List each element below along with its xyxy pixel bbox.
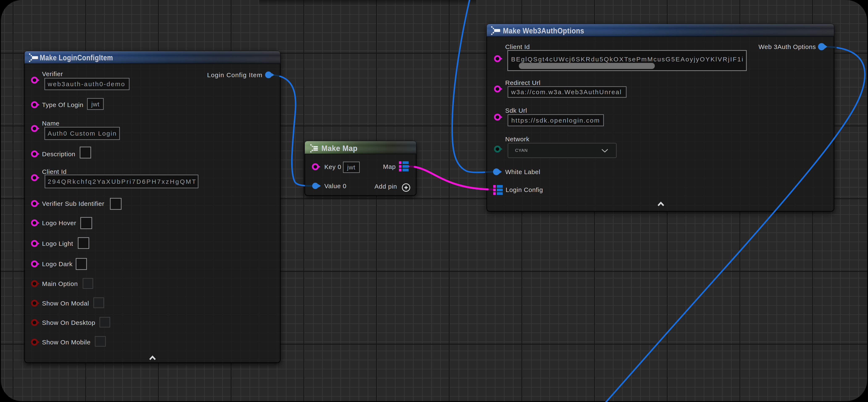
svg-text:Redirect Url: Redirect Url (505, 79, 540, 86)
svg-text:BEglQSgt4cUWcj6SKRdu5QkOXTsePm: BEglQSgt4cUWcj6SKRdu5QkOXTsePmMcusG5EAoy… (511, 56, 743, 63)
svg-text:Key 0: Key 0 (324, 163, 341, 170)
svg-text:Description: Description (42, 150, 75, 157)
svg-text:web3auth-auth0-demo: web3auth-auth0-demo (48, 81, 125, 87)
svg-text:Web 3Auth Options: Web 3Auth Options (758, 43, 816, 50)
svg-text:Client Id: Client Id (42, 168, 67, 175)
svg-text:Login Config Item: Login Config Item (207, 71, 262, 79)
svg-text:Show On Desktop: Show On Desktop (42, 319, 95, 326)
svg-text:Make Map: Make Map (321, 144, 358, 153)
svg-text:Show On Mobile: Show On Mobile (42, 339, 91, 346)
svg-text:Value 0: Value 0 (324, 182, 346, 190)
svg-text:Verifier Sub Identifier: Verifier Sub Identifier (42, 200, 104, 207)
svg-text:Name: Name (42, 120, 59, 127)
svg-text:Show On Modal: Show On Modal (42, 300, 89, 307)
svg-text:Network: Network (505, 136, 530, 143)
svg-text:Map: Map (383, 163, 396, 170)
svg-text:jwt: jwt (347, 164, 355, 171)
svg-text:White Label: White Label (505, 168, 540, 175)
svg-text:Logo Dark: Logo Dark (42, 260, 73, 267)
svg-text:Main Option: Main Option (42, 280, 78, 287)
svg-text:Type Of Login: Type Of Login (42, 101, 84, 108)
svg-text:294QRkchfq2YaXUbPri7D6PH7xzHgQ: 294QRkchfq2YaXUbPri7D6PH7xzHgQMT (48, 178, 196, 185)
svg-text:Verifier: Verifier (42, 70, 63, 77)
svg-text:Make Web3AuthOptions: Make Web3AuthOptions (503, 27, 584, 35)
svg-text:w3a://com.w3a.Web3AuthUnreal: w3a://com.w3a.Web3AuthUnreal (511, 88, 621, 95)
svg-text:Client Id: Client Id (505, 43, 530, 50)
svg-text:Logo Hover: Logo Hover (42, 220, 76, 226)
svg-text:Make LoginConfigItem: Make LoginConfigItem (40, 53, 113, 62)
svg-text:CYAN: CYAN (515, 148, 528, 153)
svg-text:https://sdk.openlogin.com: https://sdk.openlogin.com (511, 117, 599, 124)
svg-text:Sdk Url: Sdk Url (505, 107, 527, 114)
svg-text:Add pin: Add pin (375, 183, 397, 190)
svg-text:Logo Light: Logo Light (42, 240, 73, 247)
svg-text:jwt: jwt (91, 101, 99, 108)
svg-text:Login Config: Login Config (506, 186, 543, 193)
